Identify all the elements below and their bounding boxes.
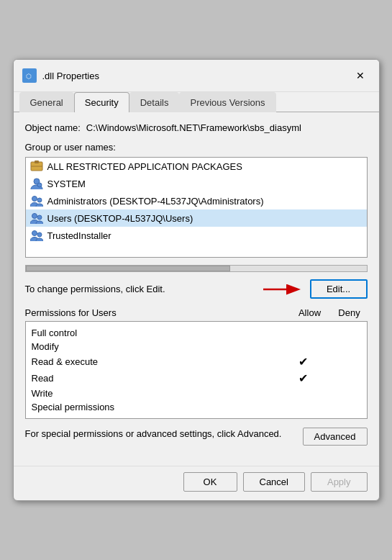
perm-row-read: Read ✔	[32, 370, 361, 387]
cancel-button[interactable]: Cancel	[243, 472, 305, 492]
close-button[interactable]: ✕	[350, 66, 370, 86]
tab-content: Object name: C:\Windows\Microsoft.NET\Fr…	[14, 112, 379, 466]
package-icon	[30, 160, 43, 173]
group-section-label: Group or user names:	[25, 142, 368, 153]
svg-point-6	[37, 183, 42, 187]
perm-full-control-label: Full control	[32, 328, 282, 338]
perm-row-write: Write	[32, 387, 361, 400]
perm-read-execute-allow: ✔	[282, 355, 325, 369]
svg-text:⬡: ⬡	[26, 73, 32, 80]
tab-details[interactable]: Details	[129, 92, 180, 112]
group-label-users: Users (DESKTOP-4L537JQ\Users)	[47, 213, 193, 224]
perm-modify-label: Modify	[32, 341, 282, 352]
title-bar-left: ⬡ .dll Properties	[22, 68, 99, 83]
group-list[interactable]: ALL RESTRICTED APPLICATION PACKAGES SYST…	[25, 157, 368, 258]
object-name-label: Object name:	[25, 122, 81, 133]
bottom-buttons: OK Cancel Apply	[14, 466, 379, 500]
perm-write-label: Write	[32, 388, 282, 399]
perm-row-read-execute: Read & execute ✔	[32, 353, 361, 370]
trusted-installer-icon	[30, 229, 43, 242]
group-item-system[interactable]: SYSTEM	[26, 175, 367, 192]
properties-dialog: ⬡ .dll Properties ✕ General Security Det…	[13, 59, 380, 501]
apply-button[interactable]: Apply	[311, 472, 368, 492]
perm-row-full-control: Full control	[32, 326, 361, 340]
svg-point-12	[37, 232, 42, 237]
scroll-thumb[interactable]	[26, 266, 230, 271]
object-name-row: Object name: C:\Windows\Microsoft.NET\Fr…	[25, 122, 368, 133]
arrow-annotation	[260, 281, 303, 298]
tab-bar: General Security Details Previous Versio…	[14, 92, 379, 112]
dialog-icon: ⬡	[22, 68, 37, 83]
perm-read-label: Read	[32, 373, 282, 384]
permissions-title: Permissions for Users	[25, 307, 288, 318]
group-label-administrators: Administrators (DESKTOP-4L537JQ\Administ…	[47, 196, 264, 207]
dialog-title: .dll Properties	[42, 71, 99, 81]
permissions-header: Permissions for Users Allow Deny	[25, 307, 368, 318]
edit-text: To change permissions, click Edit.	[25, 284, 252, 294]
group-item-trusted-installer[interactable]: TrustedInstaller	[26, 227, 367, 244]
perm-read-execute-label: Read & execute	[32, 356, 282, 367]
group-label-trusted-installer: TrustedInstaller	[47, 230, 111, 241]
tab-previous-versions[interactable]: Previous Versions	[179, 92, 275, 112]
group-item-all-restricted[interactable]: ALL RESTRICTED APPLICATION PACKAGES	[26, 158, 367, 175]
perm-row-modify: Modify	[32, 340, 361, 353]
group-label-system: SYSTEM	[47, 179, 86, 189]
perm-read-allow: ✔	[282, 371, 325, 385]
svg-point-9	[32, 214, 37, 219]
group-label-all-restricted: ALL RESTRICTED APPLICATION PACKAGES	[47, 161, 242, 172]
permissions-deny-header: Deny	[332, 307, 368, 318]
perm-special-label: Special permissions	[32, 402, 282, 412]
edit-button[interactable]: Edit...	[310, 279, 368, 299]
advanced-button[interactable]: Advanced	[303, 428, 368, 446]
object-name-value: C:\Windows\Microsoft.NET\Framework\sbs_d…	[86, 122, 301, 133]
ok-button[interactable]: OK	[183, 472, 237, 492]
perm-row-special: Special permissions	[32, 400, 361, 414]
permissions-table: Full control Modify Read & execute ✔ Rea…	[25, 321, 368, 419]
advanced-text: For special permissions or advanced sett…	[25, 428, 296, 441]
tab-security[interactable]: Security	[74, 92, 129, 112]
group-item-users[interactable]: Users (DESKTOP-4L537JQ\Users)	[26, 209, 367, 227]
group-item-administrators[interactable]: Administrators (DESKTOP-4L537JQ\Administ…	[26, 192, 367, 209]
edit-row: To change permissions, click Edit. Edit.…	[25, 279, 368, 299]
system-icon	[30, 177, 43, 190]
users-icon	[30, 212, 43, 225]
title-bar: ⬡ .dll Properties ✕	[14, 60, 379, 92]
svg-point-7	[32, 197, 37, 202]
administrators-icon	[30, 194, 43, 207]
svg-point-8	[37, 198, 42, 202]
permissions-allow-header: Allow	[288, 307, 332, 318]
svg-rect-3	[35, 161, 39, 163]
tab-general[interactable]: General	[19, 92, 74, 112]
svg-point-10	[37, 215, 42, 220]
horizontal-scrollbar[interactable]	[25, 265, 368, 272]
svg-point-11	[32, 231, 37, 236]
advanced-row: For special permissions or advanced sett…	[25, 428, 368, 446]
